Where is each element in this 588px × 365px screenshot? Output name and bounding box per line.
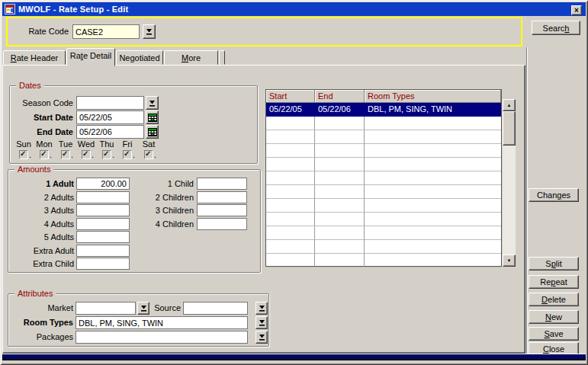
split-button[interactable]: Split bbox=[529, 257, 579, 271]
table-cell[interactable] bbox=[365, 185, 501, 199]
table-cell[interactable] bbox=[266, 158, 315, 171]
amount-5-adults-input[interactable] bbox=[76, 231, 130, 243]
table-cell[interactable]: 05/22/05 bbox=[266, 103, 315, 117]
table-cell[interactable] bbox=[365, 199, 501, 213]
table-cell[interactable] bbox=[315, 130, 365, 144]
titlebar[interactable]: MWOLF - Rate Setup - Edit × bbox=[2, 2, 586, 16]
source-input[interactable] bbox=[183, 302, 248, 315]
amount-extra-child-input[interactable] bbox=[76, 258, 130, 270]
scroll-down-button[interactable]: ▼ bbox=[503, 255, 516, 267]
table-cell[interactable] bbox=[266, 254, 315, 267]
day-checkbox[interactable]: ✓ bbox=[40, 150, 49, 159]
table-row[interactable] bbox=[266, 117, 501, 130]
end-date-input[interactable] bbox=[76, 125, 144, 139]
table-cell[interactable] bbox=[315, 240, 365, 254]
table-cell[interactable] bbox=[315, 226, 365, 240]
market-lov-button[interactable] bbox=[137, 302, 149, 315]
start-date-calendar-button[interactable] bbox=[146, 110, 159, 124]
room-types-input[interactable] bbox=[76, 316, 248, 329]
rate-code-input[interactable] bbox=[72, 24, 140, 39]
day-checkbox[interactable]: ✓ bbox=[19, 150, 28, 159]
table-cell[interactable] bbox=[315, 254, 365, 267]
check-icon: ✓ bbox=[124, 149, 130, 158]
table-row[interactable] bbox=[266, 185, 501, 199]
end-date-calendar-button[interactable] bbox=[146, 125, 159, 139]
table-cell[interactable] bbox=[315, 213, 365, 226]
amount-4-children-input[interactable] bbox=[197, 218, 247, 230]
table-cell[interactable] bbox=[365, 130, 501, 144]
table-cell[interactable] bbox=[315, 117, 365, 130]
table-cell[interactable]: 05/22/06 bbox=[315, 103, 365, 117]
table-cell[interactable] bbox=[266, 144, 315, 158]
season-code-input[interactable] bbox=[76, 96, 144, 110]
season-code-lov-button[interactable] bbox=[146, 96, 159, 110]
table-cell[interactable] bbox=[365, 144, 501, 158]
amount-2-children-input[interactable] bbox=[197, 191, 247, 203]
column-header-room-types: Room Types bbox=[365, 90, 501, 102]
table-cell[interactable] bbox=[266, 226, 315, 240]
rate-table-body: 05/22/0505/22/06DBL, PM, SING, TWIN bbox=[266, 103, 501, 267]
amount-1-child-input[interactable] bbox=[197, 178, 247, 190]
day-checkbox[interactable]: ✓ bbox=[61, 150, 70, 159]
amount-3-children-input[interactable] bbox=[197, 204, 247, 216]
scroll-up-button[interactable]: ▲ bbox=[503, 99, 516, 111]
calendar-icon bbox=[148, 128, 157, 136]
day-checkbox[interactable]: ✓ bbox=[82, 150, 91, 159]
table-cell[interactable] bbox=[266, 213, 315, 226]
table-row[interactable] bbox=[266, 226, 501, 240]
table-cell[interactable] bbox=[266, 117, 315, 130]
column-header-start: Start bbox=[266, 90, 315, 102]
table-cell[interactable] bbox=[315, 144, 365, 158]
table-row[interactable] bbox=[266, 171, 501, 185]
table-cell[interactable]: DBL, PM, SING, TWIN bbox=[365, 103, 501, 117]
save-button[interactable]: Save bbox=[529, 327, 579, 341]
scrollbar-thumb[interactable] bbox=[503, 111, 516, 146]
amount-extra-adult-input[interactable] bbox=[76, 245, 130, 257]
table-row[interactable] bbox=[266, 254, 501, 267]
repeat-button[interactable]: Repeat bbox=[529, 275, 579, 289]
room-types-lov-button[interactable] bbox=[255, 316, 268, 329]
table-cell[interactable] bbox=[266, 199, 315, 213]
close-button[interactable]: × bbox=[571, 5, 582, 15]
table-cell[interactable] bbox=[315, 158, 365, 171]
table-row[interactable] bbox=[266, 213, 501, 226]
table-cell[interactable] bbox=[365, 213, 501, 226]
source-lov-button[interactable] bbox=[255, 302, 268, 315]
table-row[interactable] bbox=[266, 199, 501, 213]
packages-lov-button[interactable] bbox=[255, 331, 268, 344]
table-cell[interactable] bbox=[315, 185, 365, 199]
market-input[interactable] bbox=[76, 302, 136, 315]
table-row[interactable] bbox=[266, 130, 501, 144]
tab-negotiated[interactable]: Negotiated bbox=[116, 50, 163, 65]
table-cell[interactable] bbox=[315, 199, 365, 213]
new-button[interactable]: New bbox=[529, 310, 579, 324]
tab-rate-header[interactable]: Rate Header bbox=[3, 50, 66, 65]
table-cell[interactable] bbox=[365, 158, 501, 171]
table-cell[interactable] bbox=[365, 171, 501, 185]
table-cell[interactable] bbox=[266, 185, 315, 199]
table-row[interactable] bbox=[266, 240, 501, 254]
changes-button[interactable]: Changes bbox=[529, 188, 579, 202]
search-button[interactable]: Search bbox=[532, 21, 580, 35]
table-cell[interactable] bbox=[365, 240, 501, 254]
table-row[interactable]: 05/22/0505/22/06DBL, PM, SING, TWIN bbox=[266, 103, 501, 117]
table-row[interactable] bbox=[266, 144, 501, 158]
day-checkbox[interactable]: ✓ bbox=[102, 150, 111, 159]
day-checkbox[interactable]: ✓ bbox=[144, 150, 153, 159]
rate-code-lov-button[interactable] bbox=[143, 24, 156, 39]
tab-rate-detail[interactable]: Rate Detail bbox=[66, 48, 115, 66]
day-checkbox[interactable]: ✓ bbox=[123, 150, 132, 159]
table-cell[interactable] bbox=[365, 226, 501, 240]
table-cell[interactable] bbox=[266, 130, 315, 144]
table-cell[interactable] bbox=[315, 171, 365, 185]
table-scrollbar[interactable]: ▲ ▼ bbox=[503, 99, 516, 267]
tab-more[interactable]: More bbox=[164, 50, 218, 65]
table-cell[interactable] bbox=[266, 171, 315, 185]
table-cell[interactable] bbox=[365, 254, 501, 267]
table-row[interactable] bbox=[266, 158, 501, 171]
table-cell[interactable] bbox=[365, 117, 501, 130]
table-cell[interactable] bbox=[266, 240, 315, 254]
packages-input[interactable] bbox=[76, 331, 248, 344]
delete-button[interactable]: Delete bbox=[529, 293, 579, 306]
start-date-input[interactable] bbox=[76, 110, 144, 124]
